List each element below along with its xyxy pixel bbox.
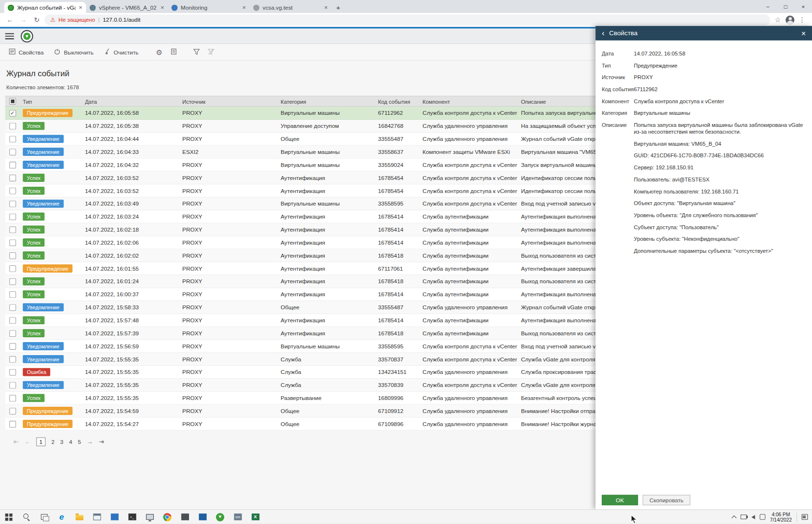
tab-close-icon[interactable]: × [243,4,246,11]
forward-button[interactable]: → [18,16,29,24]
disable-label: Выключить [64,49,94,55]
row-checkbox[interactable] [9,213,16,220]
export-button[interactable] [167,46,180,58]
row-checkbox[interactable] [9,408,16,414]
panel-close-icon[interactable]: × [801,29,806,38]
browser-tab[interactable]: vSphere - VM65_A_02 - Summar... × [86,2,168,13]
copy-button[interactable]: Скопировать [643,495,690,505]
ok-button[interactable]: OK [602,495,638,505]
row-checkbox[interactable] [9,382,16,388]
pagination-last[interactable]: ⇥ [99,438,104,445]
row-checkbox[interactable] [9,356,16,362]
app-window-taskbar-icon[interactable] [88,510,106,524]
row-checkbox[interactable] [9,304,16,311]
row-checkbox[interactable] [9,200,16,207]
row-checkbox[interactable] [9,252,16,259]
row-checkbox[interactable] [9,395,16,401]
event-date: 14.07.2022, 16:02:02 [82,252,179,259]
volume-icon[interactable] [751,515,755,519]
search-taskbar-icon[interactable] [18,510,36,524]
pagination-first[interactable]: ⇤ [14,438,19,445]
close-window-button[interactable]: × [794,0,812,13]
tab-title: vSphere - VM65_A_02 - Summar... [99,4,157,11]
filter-button[interactable] [190,46,203,58]
address-bar[interactable]: ⚠ Не защищено | 127.0.0.1/audit [44,14,770,26]
language-indicator-icon[interactable] [759,514,765,520]
panel-back-icon[interactable]: ‹ [602,29,605,37]
taskbar-clock[interactable]: 4:06 PM 7/14/2022 [770,511,792,523]
page-3[interactable]: 3 [60,439,64,445]
row-checkbox[interactable] [9,421,16,427]
pagination-prev[interactable]: ← [25,438,31,445]
vmware-taskbar-icon[interactable] [229,510,247,524]
page-2[interactable]: 2 [51,439,54,445]
settings-button[interactable]: ⚙ [152,46,166,58]
tab-close-icon[interactable]: × [324,4,328,11]
event-category: Аутентификация [278,188,375,194]
tab-close-icon[interactable]: × [79,4,82,11]
excel-taskbar-icon[interactable] [246,510,264,524]
row-checkbox[interactable] [9,291,16,298]
row-checkbox[interactable] [9,174,16,181]
new-tab-button[interactable]: + [331,2,345,13]
vgate-agent-taskbar-icon[interactable] [211,510,229,524]
chrome-taskbar-icon[interactable] [159,510,176,524]
file-explorer-taskbar-icon[interactable] [70,510,88,524]
task-view-taskbar-icon[interactable] [35,510,53,524]
row-checkbox[interactable] [9,123,16,129]
browser-tab[interactable]: Журнал событий - vGate × [4,2,86,13]
row-checkbox[interactable] [9,149,16,155]
row-checkbox[interactable] [9,187,16,194]
tab-close-icon[interactable]: × [161,4,164,11]
row-checkbox[interactable] [9,343,16,349]
app-blue2-taskbar-icon[interactable] [194,510,212,524]
minimize-button[interactable]: − [759,0,777,13]
browser-menu-icon[interactable]: ⋮ [797,16,808,24]
column-header-code[interactable]: Код события [375,98,420,105]
row-checkbox[interactable] [9,369,16,375]
column-header-type[interactable]: Тип [20,98,82,105]
disable-button[interactable]: Выключить [49,46,98,58]
row-checkbox[interactable] [9,162,16,168]
display-app-taskbar-icon[interactable] [141,510,159,524]
page-1[interactable]: 1 [36,437,45,446]
profile-avatar[interactable] [785,15,794,24]
page-5[interactable]: 5 [78,439,81,445]
row-checkbox[interactable] [9,330,16,337]
refresh-button[interactable]: ↻ [31,16,42,24]
app-dark-taskbar-icon[interactable] [176,510,194,524]
select-all-checkbox[interactable] [9,98,16,105]
mouse-cursor [631,514,637,524]
column-header-source[interactable]: Источник [179,98,278,105]
browser-tab[interactable]: Monitoring × [168,2,250,13]
clear-filter-button[interactable] [204,46,218,58]
row-checkbox[interactable] [9,239,16,246]
row-checkbox[interactable] [9,278,16,285]
hamburger-menu-icon[interactable] [5,33,14,39]
page-4[interactable]: 4 [69,439,72,445]
event-component: Служба контроля доступа к vCenter [420,188,518,194]
row-checkbox[interactable]: ✓ [9,110,16,116]
pagination-next[interactable]: → [87,438,93,445]
clear-button[interactable]: Очистить [99,46,143,58]
row-checkbox[interactable] [9,265,16,272]
bookmark-star-icon[interactable]: ☆ [772,16,784,24]
app-blue-taskbar-icon[interactable] [106,510,123,524]
edge-taskbar-icon[interactable] [53,510,71,524]
column-header-component[interactable]: Компонент [420,98,518,105]
properties-button[interactable]: Свойства [4,46,49,58]
hidden-icons-chevron-icon[interactable] [731,515,737,521]
row-checkbox[interactable] [9,317,16,324]
column-header-category[interactable]: Категория [278,98,375,105]
browser-tab[interactable]: vcsa.vg.test × [250,2,332,13]
maximize-button[interactable]: □ [777,0,795,13]
action-center-icon[interactable] [802,514,808,520]
row-checkbox[interactable] [9,226,16,233]
back-button[interactable]: ← [4,16,16,24]
event-source: PROXY [179,278,278,285]
event-code: 16785418 [375,278,420,285]
terminal-taskbar-icon[interactable] [123,510,141,524]
row-checkbox[interactable] [9,136,16,142]
start-taskbar-icon[interactable] [0,510,18,524]
column-header-date[interactable]: Дата [82,98,179,105]
